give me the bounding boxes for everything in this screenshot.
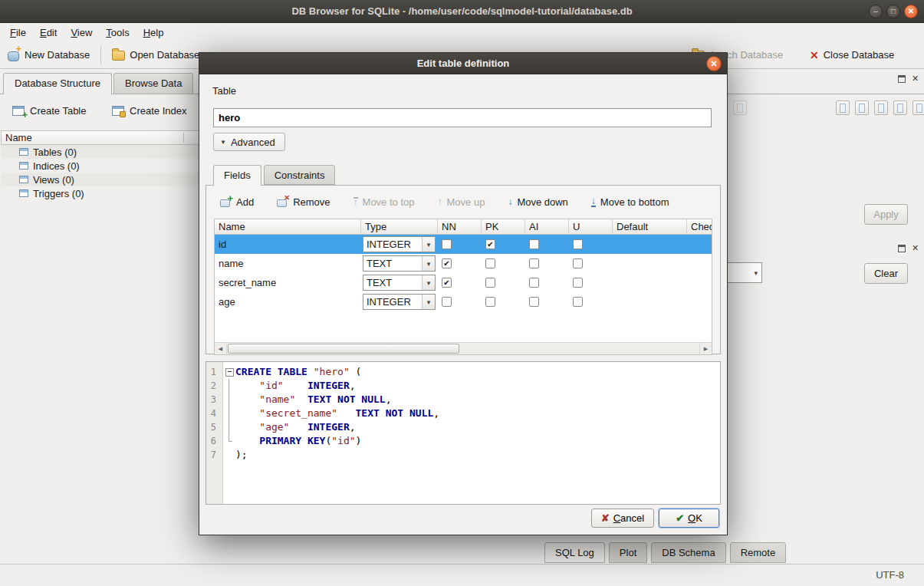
add-button[interactable]: Add <box>217 195 257 209</box>
apply-button[interactable]: Apply <box>864 204 908 225</box>
panel-icon[interactable] <box>912 100 924 115</box>
panel-icon[interactable] <box>836 100 850 115</box>
create-table-button[interactable]: Create Table <box>8 100 90 120</box>
field-type-combo-secret-name[interactable]: TEXT▾ <box>363 275 436 291</box>
field-name-secret-name[interactable]: secret_name <box>215 277 361 288</box>
table-name-input[interactable] <box>213 108 712 127</box>
line-number: 2 <box>206 379 216 393</box>
bottom-tab-db-schema[interactable]: DB Schema <box>651 542 725 563</box>
dock-close-icon[interactable]: ✕ <box>912 74 919 83</box>
sql-code: CREATE TABLE "hero" ( "id" INTEGER, "nam… <box>223 362 720 504</box>
cancel-button[interactable]: ✘ Cancel <box>591 509 654 528</box>
pk-checkbox-secret-name[interactable] <box>485 278 495 288</box>
dock-close-icon[interactable]: ✕ <box>912 244 919 252</box>
pk-checkbox-name[interactable] <box>485 258 495 268</box>
scroll-thumb[interactable] <box>228 344 459 354</box>
scroll-right-icon[interactable]: ▶ <box>699 343 712 354</box>
pk-checkbox-age[interactable] <box>485 297 495 307</box>
field-row-age[interactable]: ageINTEGER▾ <box>215 292 712 311</box>
dialog-tab-constraints[interactable]: Constraints <box>264 165 336 185</box>
sql-text: "age" INTEGER, <box>235 420 356 434</box>
ok-label: OK <box>688 512 702 524</box>
column-header-pk[interactable]: PK <box>482 219 525 234</box>
remove-button[interactable]: Remove <box>274 195 333 209</box>
nn-checkbox-name[interactable]: ✔ <box>442 258 452 268</box>
nn-checkbox-secret-name[interactable]: ✔ <box>442 278 452 288</box>
menu-tools[interactable]: Tools <box>99 25 136 41</box>
panel-icon[interactable] <box>855 100 869 115</box>
maximize-icon[interactable]: □ <box>886 5 900 18</box>
grid-hscrollbar[interactable]: ◀ ▶ <box>215 342 712 354</box>
window-close-icon[interactable]: ✕ <box>904 5 918 18</box>
column-header-type[interactable]: Type <box>361 219 438 234</box>
move-to-bottom-button[interactable]: ↓Move to bottom <box>588 195 672 209</box>
minimize-icon[interactable]: – <box>869 5 883 18</box>
fold-marker-icon[interactable] <box>223 365 235 379</box>
dialog-close-icon[interactable]: ✕ <box>706 56 722 71</box>
column-header-ai[interactable]: AI <box>525 219 569 234</box>
move-down-button[interactable]: ↓Move down <box>505 195 571 209</box>
dock-controls: ✕ <box>898 244 919 252</box>
field-type-combo-age[interactable]: INTEGER▾ <box>363 294 436 310</box>
panel-icon[interactable] <box>733 100 747 115</box>
create-index-button[interactable]: Create Index <box>107 100 191 120</box>
field-row-id[interactable]: idINTEGER▾✔ <box>215 235 712 254</box>
u-checkbox-age[interactable] <box>573 297 583 307</box>
u-checkbox-name[interactable] <box>573 258 583 268</box>
column-header-check[interactable]: Check <box>687 219 712 234</box>
bottom-tab-remote[interactable]: Remote <box>730 542 787 563</box>
u-checkbox-id[interactable] <box>573 239 583 249</box>
sql-token: ); <box>235 449 248 460</box>
move-bottom-icon: ↓ <box>591 197 596 207</box>
sql-token <box>337 407 355 419</box>
tab-browse-data[interactable]: Browse Data <box>113 73 193 94</box>
menu-help[interactable]: Help <box>136 25 171 41</box>
field-name-name[interactable]: name <box>215 258 361 269</box>
sql-text: "name" TEXT NOT NULL, <box>235 393 392 407</box>
ai-checkbox-name[interactable] <box>529 258 539 268</box>
clear-button[interactable]: Clear <box>864 263 908 284</box>
open-database-button[interactable]: Open Database... <box>112 49 208 61</box>
column-header-u[interactable]: U <box>569 219 613 234</box>
field-name-id[interactable]: id <box>215 239 361 250</box>
sql-line-4: "secret_name" TEXT NOT NULL, <box>223 407 720 420</box>
column-header-default[interactable]: Default <box>613 219 687 234</box>
dialog-title: Edit table definition <box>417 58 510 69</box>
column-header-name[interactable]: Name <box>215 219 361 234</box>
filter-combo-fragment[interactable]: ▾ <box>727 262 762 283</box>
advanced-button[interactable]: ▼ Advanced <box>213 133 285 151</box>
panel-icon[interactable] <box>874 100 888 115</box>
dock-float-icon[interactable] <box>898 245 906 252</box>
create-table-label: Create Table <box>30 105 86 117</box>
ai-checkbox-id[interactable] <box>529 239 539 249</box>
ai-checkbox-secret-name[interactable] <box>529 278 539 288</box>
bottom-tab-plot[interactable]: Plot <box>609 542 647 563</box>
panel-icon[interactable] <box>893 100 907 115</box>
menu-view[interactable]: View <box>64 25 99 41</box>
u-checkbox-secret-name[interactable] <box>573 278 583 288</box>
scroll-left-icon[interactable]: ◀ <box>215 343 227 354</box>
field-row-name[interactable]: nameTEXT▾✔ <box>215 254 712 273</box>
dialog-titlebar[interactable]: Edit table definition ✕ <box>199 53 727 74</box>
ok-button[interactable]: ✔ OK <box>659 509 719 528</box>
tab-database-structure[interactable]: Database Structure <box>3 73 112 94</box>
field-type-combo-id[interactable]: INTEGER▾ <box>363 236 436 252</box>
menu-file[interactable]: File <box>3 25 33 41</box>
window-titlebar[interactable]: DB Browser for SQLite - /home/user/code/… <box>0 0 924 23</box>
nn-checkbox-id[interactable] <box>442 239 452 249</box>
dialog-tab-fields[interactable]: Fields <box>213 165 261 186</box>
field-name-age[interactable]: age <box>215 296 361 308</box>
nn-checkbox-age[interactable] <box>442 297 452 307</box>
new-database-button[interactable]: New Database <box>6 48 90 62</box>
create-index-label: Create Index <box>130 105 186 117</box>
close-database-button[interactable]: ✕ Close Database <box>810 41 894 68</box>
pk-checkbox-id[interactable]: ✔ <box>485 239 495 249</box>
menu-edit[interactable]: Edit <box>33 25 64 41</box>
sql-preview[interactable]: 1234567 CREATE TABLE "hero" ( "id" INTEG… <box>206 361 721 505</box>
ai-checkbox-age[interactable] <box>529 297 539 307</box>
field-row-secret-name[interactable]: secret_nameTEXT▾✔ <box>215 273 712 292</box>
dock-float-icon[interactable] <box>898 75 906 83</box>
bottom-tab-sql-log[interactable]: SQL Log <box>544 542 605 563</box>
field-type-combo-name[interactable]: TEXT▾ <box>363 255 436 272</box>
column-header-nn[interactable]: NN <box>438 219 482 234</box>
